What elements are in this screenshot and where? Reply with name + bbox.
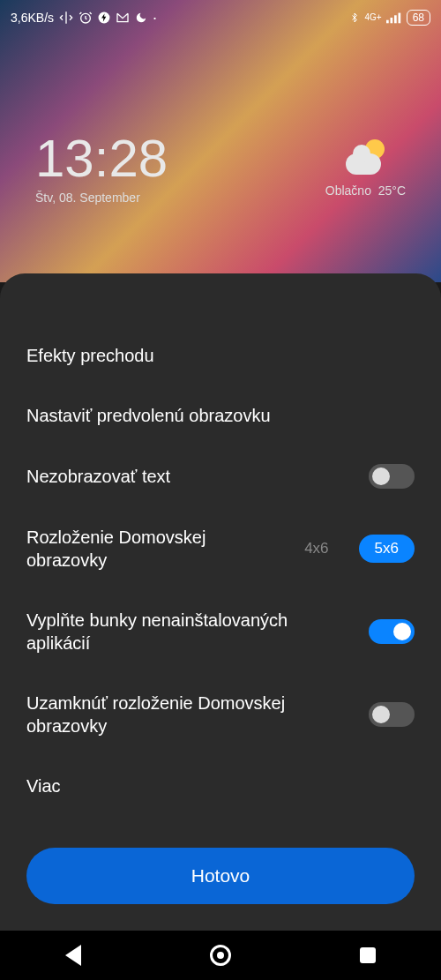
svg-rect-3 (390, 18, 392, 23)
settings-sheet: Efekty prechodu Nastaviť predvolenú obra… (0, 273, 441, 931)
layout-option-4x6[interactable]: 4x6 (288, 535, 344, 563)
home-widget: 13:28 Štv, 08. September Oblačno 25°C (0, 35, 441, 205)
battery-indicator: 68 (407, 10, 430, 26)
clock-widget[interactable]: 13:28 Štv, 08. September (35, 132, 168, 205)
row-home-layout: Rozloženie Domovskej obrazovky 4x6 5x6 (26, 526, 415, 572)
more-dot: · (153, 9, 157, 27)
bolt-icon (98, 11, 110, 24)
weather-icon (346, 139, 385, 175)
toggle-fill-cells[interactable] (369, 619, 415, 644)
layout-option-5x6[interactable]: 5x6 (359, 535, 415, 563)
done-button[interactable]: Hotovo (26, 848, 415, 904)
data-rate: 3,6KB/s (11, 11, 54, 25)
svg-rect-2 (386, 20, 389, 24)
nav-back-button[interactable] (62, 944, 85, 967)
row-hide-text: Nezobrazovať text (26, 464, 415, 489)
clock-time: 13:28 (35, 132, 168, 185)
weather-widget[interactable]: Oblačno 25°C (325, 139, 406, 198)
navigation-bar (0, 931, 441, 980)
mute-icon (59, 11, 73, 25)
row-transition-effects[interactable]: Efekty prechodu (26, 344, 415, 367)
row-set-default-screen[interactable]: Nastaviť predvolenú obrazovku (26, 404, 415, 427)
clock-date: Štv, 08. September (35, 191, 168, 205)
row-lock-layout: Uzamknúť rozloženie Domovskej obrazovky (26, 692, 415, 737)
row-more[interactable]: Viac (26, 774, 415, 797)
svg-rect-5 (398, 13, 400, 24)
nav-home-button[interactable] (209, 944, 232, 967)
gmail-icon (116, 11, 130, 25)
row-fill-cells: Vyplňte bunky nenainštalovaných aplikáci… (26, 609, 415, 655)
weather-text: Oblačno 25°C (325, 183, 406, 198)
alarm-icon (78, 11, 93, 25)
toggle-hide-text[interactable] (369, 464, 415, 489)
nav-recents-button[interactable] (356, 944, 379, 967)
toggle-lock-layout[interactable] (369, 702, 415, 727)
status-bar: 3,6KB/s · 4G+ 68 (0, 0, 441, 35)
svg-rect-4 (394, 15, 397, 23)
signal-type: 4G+ (364, 13, 381, 22)
signal-bars-icon (386, 11, 402, 24)
moon-icon (135, 11, 147, 24)
bluetooth-icon (349, 11, 360, 25)
